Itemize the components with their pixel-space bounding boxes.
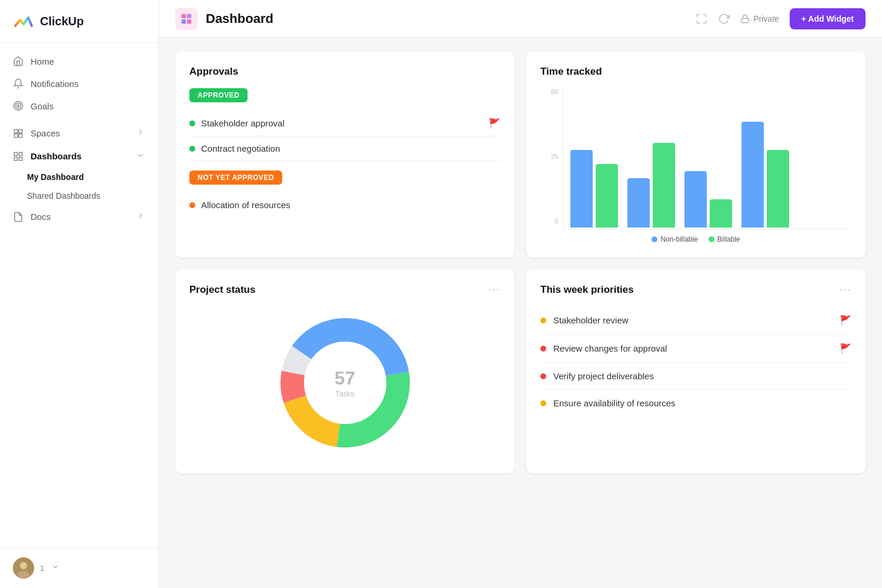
bar-non-billable-1 — [570, 150, 593, 228]
time-tracked-widget: Time tracked 50 25 0 — [526, 52, 866, 258]
logo-text: ClickUp — [40, 15, 83, 28]
legend-billable: Billable — [709, 235, 740, 243]
spaces-icon — [13, 128, 24, 139]
priorities-menu-button[interactable]: ··· — [839, 283, 851, 296]
priorities-header: This week priorities ··· — [540, 283, 851, 296]
private-badge: Private — [740, 14, 779, 24]
sidebar-item-goals[interactable]: Goals — [0, 95, 158, 117]
priority-item-4: Ensure availability of resources — [540, 390, 851, 416]
project-status-header: Project status ··· — [189, 283, 500, 296]
time-tracked-title: Time tracked — [540, 66, 851, 78]
sidebar-item-notifications[interactable]: Notifications — [0, 72, 158, 95]
priority-label-3: Verify project deliverables — [553, 371, 654, 381]
priority-dot-4 — [540, 400, 546, 406]
shared-dashboards-label: Shared Dashboards — [27, 191, 101, 201]
svg-point-12 — [20, 562, 27, 569]
priority-dot-1 — [540, 318, 546, 323]
bar-billable-3 — [710, 199, 732, 228]
svg-rect-4 — [19, 129, 22, 133]
legend-billable-label: Billable — [717, 235, 740, 243]
bar-chart-area: 50 25 0 — [540, 88, 851, 229]
approved-badge: APPROVED — [189, 88, 248, 102]
sidebar-item-docs[interactable]: Docs — [0, 205, 158, 228]
svg-rect-14 — [182, 14, 186, 18]
fullscreen-button[interactable] — [696, 13, 707, 25]
docs-chevron-icon — [136, 211, 145, 222]
flag-icon: 🚩 — [489, 118, 500, 129]
sidebar-footer: 1 — [0, 547, 158, 588]
svg-rect-10 — [19, 157, 22, 160]
donut-tasks-label: Tasks — [335, 389, 356, 398]
priority-dot-3 — [540, 373, 546, 379]
approval-label-resources: Allocation of resources — [201, 200, 290, 210]
priority-flag-1: 🚩 — [840, 315, 851, 326]
bar-billable-2 — [653, 143, 675, 228]
chart-legend: Non-billable Billable — [540, 235, 851, 243]
lock-icon — [740, 14, 750, 24]
legend-non-billable: Non-billable — [652, 235, 697, 243]
bar-group-3 — [684, 171, 732, 228]
dashboard-grid: Approvals APPROVED Stakeholder approval … — [175, 52, 866, 473]
approval-label-contract: Contract negotiation — [201, 143, 280, 153]
svg-rect-9 — [14, 157, 17, 160]
legend-non-billable-label: Non-billable — [660, 235, 697, 243]
sidebar-item-shared-dashboards[interactable]: Shared Dashboards — [0, 186, 158, 205]
priorities-widget: This week priorities ··· Stakeholder rev… — [526, 269, 866, 473]
priority-label-4: Ensure availability of resources — [553, 398, 676, 408]
svg-rect-18 — [741, 18, 749, 22]
user-dropdown-icon[interactable] — [51, 563, 59, 573]
bar-group-1 — [570, 150, 618, 228]
user-number: 1 — [40, 564, 44, 573]
sidebar-navigation: Home Notifications Goals Spaces — [0, 43, 158, 547]
project-status-menu-button[interactable]: ··· — [488, 283, 500, 296]
home-icon — [13, 56, 24, 66]
home-label: Home — [31, 56, 54, 66]
orange-dot — [189, 202, 195, 208]
main-content: Dashboard Private + Add Widget Approvals — [159, 0, 882, 588]
svg-rect-5 — [14, 133, 18, 137]
chevron-down-icon — [136, 151, 145, 162]
header: Dashboard Private + Add Widget — [159, 0, 882, 38]
refresh-button[interactable] — [718, 13, 730, 25]
priority-item-2: Review changes for approval 🚩 — [540, 335, 851, 363]
not-approved-badge: NOT YET APPROVED — [189, 171, 282, 185]
svg-rect-8 — [19, 152, 22, 155]
donut-chart: 57 Tasks — [189, 306, 500, 459]
sidebar-item-my-dashboard[interactable]: My Dashboard — [0, 168, 158, 186]
clickup-logo-icon — [13, 11, 34, 32]
sidebar-item-spaces[interactable]: Spaces — [0, 122, 158, 145]
svg-rect-16 — [182, 19, 186, 23]
chevron-right-icon — [136, 128, 145, 139]
priority-dot-2 — [540, 346, 546, 352]
header-right: Private + Add Widget — [696, 8, 866, 29]
svg-rect-7 — [14, 152, 17, 155]
y-label-50: 50 — [551, 88, 558, 95]
dashboards-label: Dashboards — [31, 151, 82, 161]
priority-flag-2: 🚩 — [840, 343, 851, 354]
svg-rect-3 — [14, 129, 18, 133]
docs-label: Docs — [31, 212, 51, 222]
bar-non-billable-3 — [684, 171, 707, 228]
svg-point-1 — [16, 103, 21, 109]
sidebar: ClickUp Home Notifications Goals — [0, 0, 159, 588]
y-label-25: 25 — [551, 153, 558, 160]
target-icon — [13, 101, 24, 111]
sidebar-item-dashboards[interactable]: Dashboards — [0, 145, 158, 168]
docs-icon — [13, 212, 24, 222]
priorities-title: This week priorities — [540, 284, 634, 296]
bar-groups — [563, 88, 851, 229]
sidebar-logo: ClickUp — [0, 0, 158, 43]
donut-label: 57 Tasks — [335, 368, 356, 398]
approval-item-stakeholder: Stakeholder approval 🚩 — [189, 111, 500, 136]
green-dot — [189, 121, 195, 126]
priority-item-1: Stakeholder review 🚩 — [540, 306, 851, 335]
dashboards-icon — [13, 151, 24, 162]
add-widget-button[interactable]: + Add Widget — [790, 8, 866, 29]
priority-label-2: Review changes for approval — [553, 343, 667, 353]
sidebar-item-home[interactable]: Home — [0, 50, 158, 72]
donut-number: 57 — [335, 368, 356, 389]
project-status-title: Project status — [189, 284, 255, 296]
private-label: Private — [753, 14, 779, 24]
bar-group-4 — [741, 122, 789, 228]
avatar[interactable] — [13, 557, 34, 579]
